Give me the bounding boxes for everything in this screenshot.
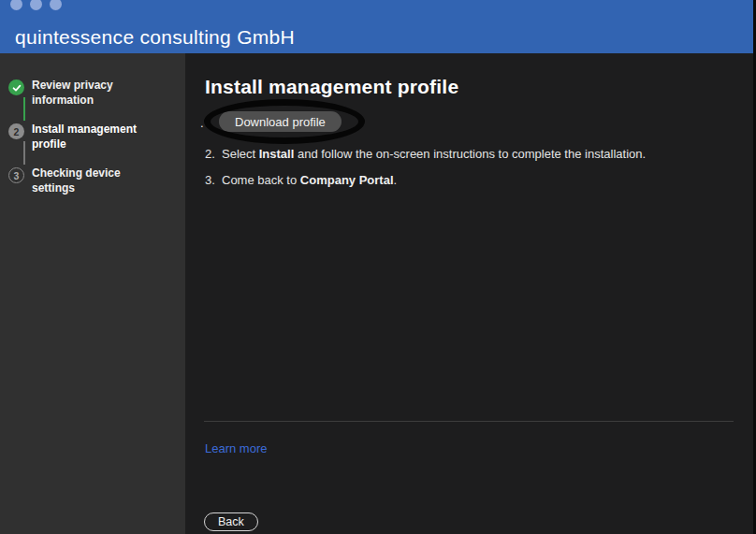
footer-divider xyxy=(204,421,734,422)
minimize-window-button[interactable] xyxy=(30,0,42,10)
step-connector-line xyxy=(23,97,25,121)
instruction-text: Select Install and follow the on-screen … xyxy=(222,146,646,162)
page-title: Install management profile xyxy=(205,75,753,98)
list-number: 3. xyxy=(205,172,222,188)
download-profile-button[interactable]: Download profile xyxy=(219,111,342,132)
step-number-badge: 2 xyxy=(8,123,24,139)
step-connector-line xyxy=(23,141,25,165)
traffic-lights xyxy=(10,0,62,10)
close-window-button[interactable] xyxy=(10,0,22,10)
step-completed-check-icon xyxy=(8,79,24,95)
sidebar-step-label: Checking device settings xyxy=(32,166,152,195)
download-profile-step-row: . Download profile xyxy=(205,111,598,134)
sidebar-step-install-profile: 2 Install management profile xyxy=(8,123,185,166)
sidebar-step-label: Install management profile xyxy=(32,123,152,152)
instruction-step-2: 2. Select Install and follow the on-scre… xyxy=(205,146,753,162)
sidebar-step-checking-settings: 3 Checking device settings xyxy=(8,166,185,210)
step-number-badge: 3 xyxy=(8,167,24,183)
instruction-text: Come back to Company Portal. xyxy=(222,172,397,188)
sidebar-step-review-privacy: Review privacy information xyxy=(8,79,185,123)
zoom-window-button[interactable] xyxy=(50,0,62,10)
back-button[interactable]: Back xyxy=(204,512,258,531)
list-marker-remnant: . xyxy=(200,116,204,130)
enrollment-steps-sidebar: Review privacy information 2 Install man… xyxy=(0,53,185,534)
instruction-list: 2. Select Install and follow the on-scre… xyxy=(205,146,753,188)
sidebar-step-label: Review privacy information xyxy=(32,79,152,108)
window-body: Review privacy information 2 Install man… xyxy=(0,53,753,534)
learn-more-link[interactable]: Learn more xyxy=(205,441,267,455)
main-panel: Install management profile . Download pr… xyxy=(185,53,753,534)
list-number: 2. xyxy=(205,146,222,162)
window-titlebar: quintessence consulting GmbH xyxy=(0,0,753,53)
instruction-step-3: 3. Come back to Company Portal. xyxy=(205,172,753,188)
window-title: quintessence consulting GmbH xyxy=(15,27,295,47)
